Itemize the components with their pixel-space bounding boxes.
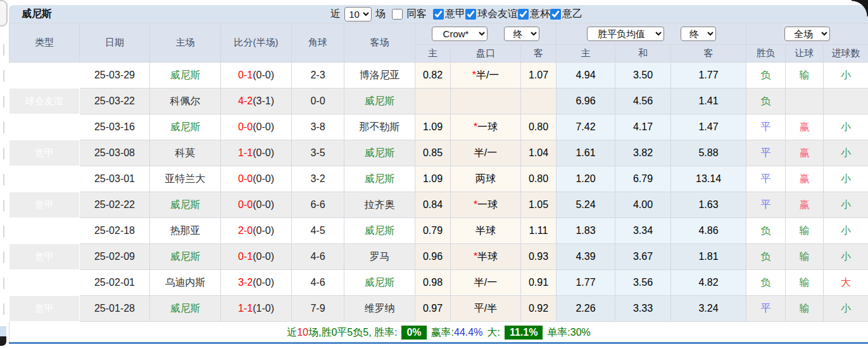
handicap-time-select[interactable]: 终 (504, 27, 539, 41)
away-team-name[interactable]: 威尼斯 (344, 218, 415, 244)
handicap-odds-away: 1.11 (521, 218, 557, 244)
league-checkbox-club-friendly[interactable] (465, 9, 476, 20)
match-row: 意甲25-03-01亚特兰大0-0(0-0)3-2威尼斯1.09两球0.801.… (9, 166, 868, 192)
fulltime-score: 0-0 (238, 121, 253, 132)
corners-cell: 3-5 (292, 140, 344, 166)
fulltime-group-header: 全场 (746, 23, 868, 45)
summary-single-rate: 单率:30% (547, 327, 590, 338)
match-row: 意甲25-03-29威尼斯0-1(0-0)2-3博洛尼亚0.82*半/一1.07… (9, 63, 868, 89)
handicap-odds-home: 1.09 (415, 166, 451, 192)
stats-summary: 近10场,胜0平5负5, 胜率:0%赢率:44.4%大:11.1%单率:30% (9, 322, 868, 343)
sub-header-handicap-home: 主 (415, 45, 451, 63)
league-badge: 意甲 (9, 140, 80, 166)
filter-bar: 威尼斯 近 10 场 同客 意甲 球会友谊 意杯 意乙 (9, 5, 868, 23)
handicap-line-cell: 两球 (451, 166, 521, 192)
avg-odds-home: 1.20 (557, 166, 615, 192)
score-cell: 0-0(0-0) (221, 114, 292, 140)
away-team-name[interactable]: 威尼斯 (344, 270, 415, 296)
fulltime-score: 0-1 (238, 70, 253, 80)
home-team-name[interactable]: 亚特兰大 (150, 166, 221, 192)
bookmaker-select[interactable]: Crow* (432, 27, 487, 41)
home-team-name[interactable]: 乌迪内斯 (150, 270, 221, 296)
fulltime-select[interactable]: 全场 (784, 27, 830, 41)
handicap-line-cell: *半/一 (451, 63, 521, 89)
handicap-line-cell: *半球 (451, 244, 521, 270)
away-team-name[interactable]: 罗马 (344, 244, 415, 270)
match-row: 意甲25-01-28威尼斯1-1(1-0)7-9维罗纳0.97平/半0.922.… (9, 296, 868, 322)
avg-odds-draw: 4.17 (615, 114, 671, 140)
away-team-name[interactable]: 拉齐奥 (344, 192, 415, 218)
avg-odds-home: 2.26 (557, 296, 615, 322)
home-team-name[interactable]: 威尼斯 (150, 244, 221, 270)
result-handicap: 赢 (786, 114, 824, 140)
league-checkbox-coppa-italia[interactable] (518, 9, 529, 20)
home-team-name[interactable]: 威尼斯 (150, 296, 221, 322)
avg-odds-away: 1.81 (671, 244, 746, 270)
away-team-name[interactable]: 威尼斯 (344, 140, 415, 166)
recent-count-select[interactable]: 10 (344, 7, 372, 21)
result-goals: 小 (824, 114, 868, 140)
score-cell: 1-1(1-0) (221, 296, 292, 322)
avg-odds-draw: 4.00 (615, 192, 671, 218)
handicap-odds-home: 0.97 (415, 296, 451, 322)
handicap-line-cell (451, 89, 521, 114)
handicap-odds-away: 0.91 (521, 270, 557, 296)
away-team-name[interactable]: 威尼斯 (344, 166, 415, 192)
result-goals: 大 (824, 270, 868, 296)
team-stats-widget: 威尼斯 近 10 场 同客 意甲 球会友谊 意杯 意乙 (9, 5, 868, 343)
avg-odds-draw: 3.56 (615, 270, 671, 296)
sub-header-outcome: 胜负 (746, 45, 786, 63)
home-team-name[interactable]: 热那亚 (150, 218, 221, 244)
home-team-name[interactable]: 科佩尔 (150, 89, 221, 114)
summary-handicap-label: 赢率: (431, 327, 454, 338)
league-checkbox-serie-a[interactable] (433, 9, 444, 20)
result-handicap: 输 (786, 63, 824, 89)
match-date: 25-02-18 (80, 218, 150, 244)
handicap-odds-away: 0.93 (521, 244, 557, 270)
handicap-line-cell: *一球 (451, 192, 521, 218)
average-odds-group-header: 胜平负均值 终 (557, 23, 746, 45)
league-badge: 意甲 (9, 244, 80, 270)
avg-odds-home: 1.61 (557, 140, 615, 166)
home-team-name[interactable]: 威尼斯 (150, 192, 221, 218)
away-team-name[interactable]: 威尼斯 (344, 89, 415, 114)
handicap-line: 半球 (475, 225, 496, 236)
avg-odds-draw: 3.33 (615, 296, 671, 322)
result-outcome: 平 (746, 140, 786, 166)
league-badge: 意甲 (9, 296, 80, 322)
corners-cell: 4-6 (292, 244, 344, 270)
away-team-name[interactable]: 维罗纳 (344, 296, 415, 322)
result-handicap: 输 (786, 270, 824, 296)
same-venue-label: 同客 (406, 8, 427, 21)
league-badge: 球会友谊 (9, 89, 80, 114)
away-team-name[interactable]: 博洛尼亚 (344, 63, 415, 89)
handicap-odds-away: 1.05 (521, 192, 557, 218)
match-row: 意甲25-03-08科莫1-1(0-0)3-5威尼斯0.85半/一1.041.6… (9, 140, 868, 166)
match-row: 意甲25-02-09威尼斯0-1(0-0)4-6罗马0.96*半球0.934.3… (9, 244, 868, 270)
league-label-coppa-italia: 意杯 (530, 8, 550, 21)
average-odds-select[interactable]: 胜平负均值 (587, 27, 664, 41)
average-time-select[interactable]: 终 (681, 27, 716, 41)
league-badge: 意甲 (9, 166, 80, 192)
handicap-line: 半/一 (474, 277, 497, 288)
home-team-name[interactable]: 威尼斯 (150, 114, 221, 140)
halftime-score: (3-1) (253, 95, 274, 106)
halftime-score: (0-0) (253, 277, 274, 288)
home-team-name[interactable]: 科莫 (150, 140, 221, 166)
match-date: 25-03-29 (80, 63, 150, 89)
match-date: 25-03-16 (80, 114, 150, 140)
league-checkbox-serie-b[interactable] (550, 9, 561, 20)
same-venue-checkbox[interactable] (392, 9, 403, 20)
match-row: 意甲25-02-01乌迪内斯3-2(0-0)4-6威尼斯0.98半/一0.911… (9, 270, 868, 296)
handicap-odds-home (415, 89, 451, 114)
away-team-name[interactable]: 那不勒斯 (344, 114, 415, 140)
bottom-divider (9, 342, 868, 344)
matches-table: 类型 日期 主场 比分(半场) 角球 客场 Crow* 终 胜平负均值 终 (9, 23, 868, 343)
avg-odds-home: 1.83 (557, 218, 615, 244)
halftime-score: (0-0) (253, 70, 274, 80)
corners-cell: 4-6 (292, 270, 344, 296)
window-edge-artifact (3, 44, 4, 316)
match-date: 25-03-01 (80, 166, 150, 192)
home-team-name[interactable]: 威尼斯 (150, 63, 221, 89)
score-cell: 0-0(0-0) (221, 166, 292, 192)
